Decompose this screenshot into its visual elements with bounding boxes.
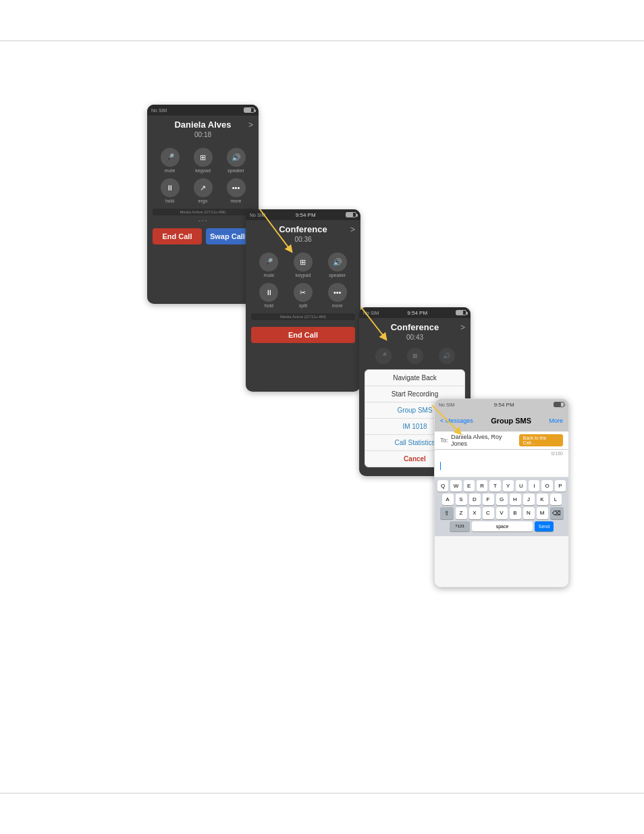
screen2-mute-btn[interactable]: 🎤 mute	[254, 253, 284, 278]
screen2-timer: 00:36	[246, 236, 360, 247]
screen2-hold-label: hold	[265, 303, 273, 308]
screen2-more-btn[interactable]: ••• more	[322, 283, 352, 308]
screen3-title: Conference	[391, 322, 439, 332]
key-D[interactable]: D	[469, 494, 481, 505]
screen4-message-input[interactable]	[435, 457, 568, 477]
screen2-speaker-icon: 🔊	[328, 253, 347, 271]
screen1-hold-btn[interactable]: ⏸ hold	[155, 178, 184, 203]
screen4-to-label: To:	[440, 437, 448, 444]
key-T[interactable]: T	[489, 480, 500, 492]
screen2-keypad-icon: ⊞	[294, 253, 313, 271]
screen1-keypad-label: keypad	[195, 168, 211, 173]
key-G[interactable]: G	[496, 494, 508, 505]
bottom-divider	[0, 793, 644, 793]
screen4-battery	[554, 402, 564, 407]
screen1-speaker-btn[interactable]: 🔊 speaker	[221, 148, 250, 173]
screen1-ergo-label: ergo	[198, 199, 207, 203]
screen2-keypad-btn[interactable]: ⊞ keypad	[288, 253, 319, 278]
key-P[interactable]: P	[555, 480, 566, 492]
screen2-mute-label: mute	[264, 273, 275, 278]
keyboard-row3: ⇧ Z X C V B N M ⌫	[437, 507, 566, 519]
key-X[interactable]: X	[469, 507, 481, 519]
screen2-split-btn[interactable]: ✂ split	[288, 283, 319, 308]
key-H[interactable]: H	[510, 494, 521, 505]
screen4-to-row: To: Daniela Alves, Roy Jones Back to the…	[435, 432, 568, 450]
key-B[interactable]: B	[510, 507, 521, 519]
key-F[interactable]: F	[483, 494, 494, 505]
key-I[interactable]: I	[529, 480, 539, 492]
screen2-end-call-button[interactable]: End Call	[251, 327, 355, 343]
screen3-chevron: >	[460, 323, 465, 332]
screen2-chevron: >	[350, 225, 355, 234]
screen2-more-label: more	[332, 303, 343, 308]
screen1-mute-btn[interactable]: 🎤 mute	[155, 148, 184, 173]
key-E[interactable]: E	[464, 480, 475, 492]
keyboard-row2: A S D F G H J K L	[437, 494, 566, 505]
screen4-group-sms: No SIM 9:54 PM < Messages Group SMS More…	[434, 398, 569, 588]
screen4-time: 9:54 PM	[494, 402, 514, 408]
screen2-speaker-btn[interactable]: 🔊 speaker	[322, 253, 352, 278]
screen4-cursor	[440, 462, 441, 470]
screen1-ergo-btn[interactable]: ↗ ergo	[188, 178, 217, 203]
screen1-speaker-icon: 🔊	[227, 148, 246, 167]
key-N[interactable]: N	[523, 507, 535, 519]
screen2-speaker-label: speaker	[329, 273, 346, 278]
screen1-mute-label: mute	[165, 168, 176, 173]
screen1-battery	[244, 107, 254, 113]
key-W[interactable]: W	[450, 480, 461, 492]
top-divider	[0, 41, 644, 41]
screen1-more-btn[interactable]: ••• more	[221, 178, 250, 203]
screen2-carrier: No SIM	[250, 213, 265, 217]
key-Q[interactable]: Q	[437, 480, 448, 492]
key-send[interactable]: Send	[535, 521, 554, 531]
key-O[interactable]: O	[541, 480, 552, 492]
key-R[interactable]: R	[477, 480, 487, 492]
screen2-conference: No SIM 9:54 PM Conference > 00:36 🎤 mute…	[246, 209, 360, 392]
screen1-hold-label: hold	[165, 199, 174, 203]
screen3-navigate-back-item[interactable]: Navigate Back	[365, 370, 464, 386]
screen3-status-bar: No SIM 9:54 PM	[359, 307, 471, 318]
screen2-hold-btn[interactable]: ⏸ hold	[254, 283, 284, 308]
screen1-carrier: No SIM	[151, 108, 167, 113]
key-A[interactable]: A	[442, 494, 454, 505]
key-shift[interactable]: ⇧	[440, 507, 454, 519]
screen3-controls-dimmed: 🎤 ⊞ 🔊	[359, 345, 471, 367]
key-Z[interactable]: Z	[456, 507, 467, 519]
screen1-controls-row1: 🎤 mute ⊞ keypad 🔊 speaker	[147, 142, 259, 178]
screen1-more-icon: •••	[227, 178, 246, 197]
screen4-carrier: No SIM	[439, 402, 454, 407]
screen4-more-button[interactable]: More	[549, 417, 563, 424]
screen1-controls-row2: ⏸ hold ↗ ergo ••• more	[147, 178, 259, 209]
screen4-nav-title: Group SMS	[473, 417, 549, 425]
screen1-title: Daniela Alves	[174, 120, 231, 130]
key-U[interactable]: U	[516, 480, 527, 492]
key-C[interactable]: C	[483, 507, 494, 519]
screen2-status-bar: No SIM 9:54 PM	[246, 209, 360, 220]
key-K[interactable]: K	[537, 494, 548, 505]
key-S[interactable]: S	[456, 494, 467, 505]
screen3-timer: 00:43	[359, 334, 471, 345]
screen3-carrier: No SIM	[363, 311, 379, 315]
screen1-chevron: >	[248, 120, 253, 130]
key-V[interactable]: V	[496, 507, 508, 519]
screen3-keypad-dim: ⊞	[407, 348, 423, 364]
screen1-ergo-icon: ↗	[194, 178, 213, 197]
screen1-keypad-btn[interactable]: ⊞ keypad	[188, 148, 217, 173]
screen4-back-to-call-badge[interactable]: Back to the Call...	[519, 434, 563, 446]
key-delete[interactable]: ⌫	[550, 507, 564, 519]
screen1-end-call-button[interactable]: End Call	[153, 228, 202, 244]
key-M[interactable]: M	[537, 507, 548, 519]
key-numbers[interactable]: ?123	[450, 521, 470, 531]
screen4-status-bar: No SIM 9:54 PM	[435, 399, 568, 410]
screen2-controls-row2: ⏸ hold ✂ split ••• more	[246, 283, 360, 313]
screen1-more-label: more	[231, 199, 242, 203]
screen4-back-button[interactable]: < Messages	[440, 417, 473, 424]
key-J[interactable]: J	[523, 494, 535, 505]
key-L[interactable]: L	[550, 494, 562, 505]
screen3-mute-dim: 🎤	[375, 348, 392, 364]
screen1-daniela-alves: No SIM Daniela Alves > 00:18 🎤 mute ⊞ ke…	[147, 105, 259, 304]
screen1-status-bar: No SIM	[147, 105, 259, 115]
screen4-to-value: Daniela Alves, Roy Jones	[451, 434, 519, 447]
key-space[interactable]: space	[472, 521, 533, 531]
key-Y[interactable]: Y	[503, 480, 514, 492]
